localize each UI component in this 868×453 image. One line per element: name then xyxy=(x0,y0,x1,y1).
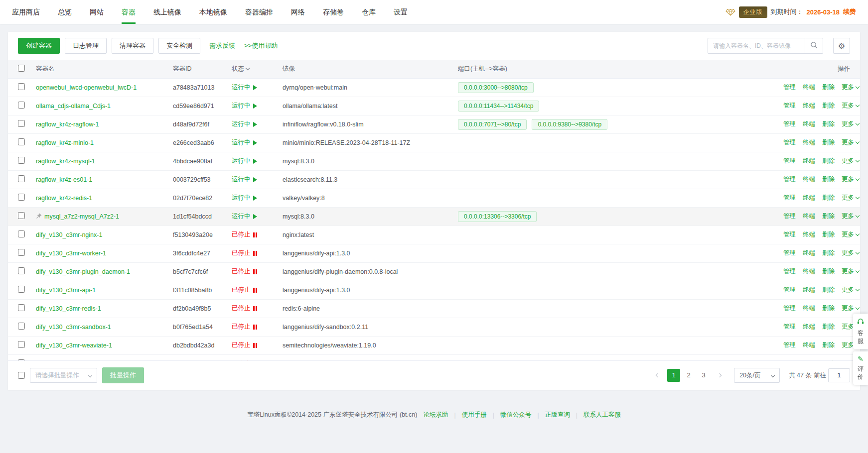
nav-tab-设置[interactable]: 设置 xyxy=(394,0,408,24)
search-button[interactable] xyxy=(805,38,823,53)
terminal-link[interactable]: 终端 xyxy=(803,102,815,109)
more-link[interactable]: 更多 xyxy=(842,102,859,109)
more-link[interactable]: 更多 xyxy=(842,157,859,164)
row-checkbox[interactable] xyxy=(18,249,25,256)
row-checkbox[interactable] xyxy=(18,120,25,127)
more-link[interactable]: 更多 xyxy=(842,194,859,201)
delete-link[interactable]: 删除 xyxy=(822,157,835,164)
manage-link[interactable]: 管理 xyxy=(783,213,796,220)
settings-button[interactable]: ⚙ xyxy=(833,38,850,54)
delete-link[interactable]: 删除 xyxy=(822,176,835,183)
delete-link[interactable]: 删除 xyxy=(822,360,835,360)
more-link[interactable]: 更多 xyxy=(842,249,859,256)
container-name-link[interactable]: dify_v130_c3mr-weaviate-1 xyxy=(36,342,112,349)
delete-link[interactable]: 删除 xyxy=(822,213,835,220)
nav-tab-存储卷[interactable]: 存储卷 xyxy=(323,0,344,24)
security-check-button[interactable]: 安全检测 xyxy=(158,38,200,54)
create-container-button[interactable]: 创建容器 xyxy=(18,38,60,54)
manage-link[interactable]: 管理 xyxy=(783,194,796,201)
terminal-link[interactable]: 终端 xyxy=(803,286,815,293)
page-size-select[interactable]: 20条/页 xyxy=(734,368,780,383)
manage-link[interactable]: 管理 xyxy=(783,139,796,146)
prev-page-button[interactable] xyxy=(651,369,664,382)
delete-link[interactable]: 删除 xyxy=(822,341,835,348)
nav-tab-容器[interactable]: 容器 xyxy=(122,0,136,24)
manage-link[interactable]: 管理 xyxy=(783,268,796,275)
manage-link[interactable]: 管理 xyxy=(783,249,796,256)
terminal-link[interactable]: 终端 xyxy=(803,194,815,201)
row-checkbox[interactable] xyxy=(18,286,25,293)
search-input[interactable] xyxy=(708,38,805,53)
nav-tab-线上镜像[interactable]: 线上镜像 xyxy=(153,0,181,24)
row-checkbox[interactable] xyxy=(18,304,25,311)
row-checkbox[interactable] xyxy=(18,157,25,164)
more-link[interactable]: 更多 xyxy=(842,84,859,91)
terminal-link[interactable]: 终端 xyxy=(803,341,815,348)
container-name-link[interactable]: ragflow_kr4z-redis-1 xyxy=(36,195,92,202)
more-link[interactable]: 更多 xyxy=(842,268,859,275)
help-link[interactable]: >>使用帮助 xyxy=(244,41,278,50)
manage-link[interactable]: 管理 xyxy=(783,305,796,312)
header-status-filter[interactable]: 状态 xyxy=(227,60,278,78)
more-link[interactable]: 更多 xyxy=(842,231,859,238)
row-checkbox[interactable] xyxy=(18,102,25,109)
batch-apply-button[interactable]: 批量操作 xyxy=(102,367,144,383)
delete-link[interactable]: 删除 xyxy=(822,268,835,275)
row-checkbox[interactable] xyxy=(18,341,25,348)
manage-link[interactable]: 管理 xyxy=(783,120,796,127)
more-link[interactable]: 更多 xyxy=(842,120,859,127)
customer-service-widget[interactable]: 客服 xyxy=(853,314,868,349)
terminal-link[interactable]: 终端 xyxy=(803,268,815,275)
container-name-link[interactable]: ragflow_kr4z-mysql-1 xyxy=(36,158,95,165)
manage-link[interactable]: 管理 xyxy=(783,286,796,293)
terminal-link[interactable]: 终端 xyxy=(803,176,815,183)
row-checkbox[interactable] xyxy=(18,267,25,274)
row-checkbox[interactable] xyxy=(18,359,25,360)
nav-tab-网络[interactable]: 网络 xyxy=(291,0,305,24)
manage-link[interactable]: 管理 xyxy=(783,84,796,91)
footer-link-正版查询[interactable]: 正版查询 xyxy=(545,411,570,419)
manage-link[interactable]: 管理 xyxy=(783,102,796,109)
terminal-link[interactable]: 终端 xyxy=(803,305,815,312)
more-link[interactable]: 更多 xyxy=(842,176,859,183)
container-name-link[interactable]: openwebui_iwcd-openwebui_iwcD-1 xyxy=(36,84,137,91)
container-name-link[interactable]: ragflow_kr4z-ragflow-1 xyxy=(36,121,99,128)
delete-link[interactable]: 删除 xyxy=(822,194,835,201)
delete-link[interactable]: 删除 xyxy=(822,102,835,109)
nav-tab-网站[interactable]: 网站 xyxy=(90,0,104,24)
footer-link-微信公众号[interactable]: 微信公众号 xyxy=(500,411,532,419)
terminal-link[interactable]: 终端 xyxy=(803,120,815,127)
container-name-link[interactable]: dify_v130_c3mr-worker-1 xyxy=(36,250,106,257)
terminal-link[interactable]: 终端 xyxy=(803,323,815,330)
container-name-link[interactable]: dify_v130_c3mr-redis-1 xyxy=(36,305,101,312)
container-name-link[interactable]: dify_v130_c3mr-plugin_daemon-1 xyxy=(36,268,130,275)
select-all-checkbox[interactable] xyxy=(18,65,25,72)
row-checkbox[interactable] xyxy=(18,194,25,201)
footer-link-联系人工客服[interactable]: 联系人工客服 xyxy=(583,411,621,419)
manage-link[interactable]: 管理 xyxy=(783,341,796,348)
delete-link[interactable]: 删除 xyxy=(822,305,835,312)
row-checkbox[interactable] xyxy=(18,230,25,237)
container-name-link[interactable]: dify_v130_c3mr-nginx-1 xyxy=(36,231,102,238)
row-checkbox[interactable] xyxy=(18,323,25,330)
renew-link[interactable]: 续费 xyxy=(843,7,856,16)
row-checkbox[interactable] xyxy=(18,138,25,145)
delete-link[interactable]: 删除 xyxy=(822,249,835,256)
nav-tab-容器编排[interactable]: 容器编排 xyxy=(245,0,273,24)
container-name-link[interactable]: dify_v130_c3mr-db-1 xyxy=(36,360,94,361)
delete-link[interactable]: 删除 xyxy=(822,323,835,330)
nav-tab-总览[interactable]: 总览 xyxy=(58,0,72,24)
container-name-link[interactable]: ragflow_kr4z-es01-1 xyxy=(36,176,92,183)
container-name-link[interactable]: dify_v130_c3mr-api-1 xyxy=(36,287,96,294)
container-name-link[interactable]: dify_v130_c3mr-sandbox-1 xyxy=(36,324,111,331)
row-checkbox[interactable] xyxy=(18,175,25,182)
more-link[interactable]: 更多 xyxy=(842,213,859,220)
terminal-link[interactable]: 终端 xyxy=(803,84,815,91)
next-page-button[interactable] xyxy=(713,369,726,382)
delete-link[interactable]: 删除 xyxy=(822,84,835,91)
container-name-link[interactable]: mysql_a7z2-mysql_A7z2-1 xyxy=(44,213,119,220)
terminal-link[interactable]: 终端 xyxy=(803,249,815,256)
terminal-link[interactable]: 终端 xyxy=(803,139,815,146)
row-checkbox[interactable] xyxy=(18,212,25,219)
delete-link[interactable]: 删除 xyxy=(822,139,835,146)
